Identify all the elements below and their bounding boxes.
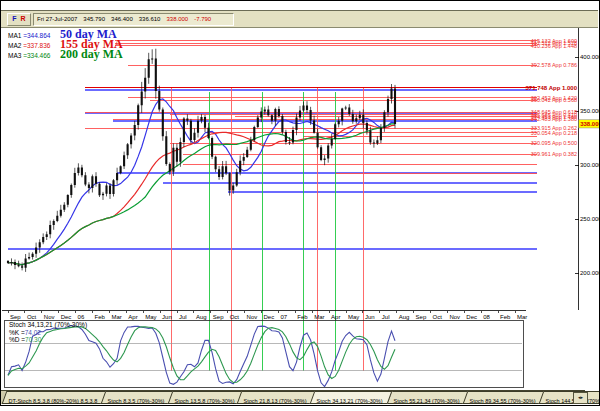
stoch-panel-header: Stoch 34,13,21 (70%-30%) %K =74.02 %D =7… (9, 321, 87, 344)
quote-change: -7.790 (194, 16, 211, 22)
chart-button-r[interactable]: R (21, 15, 26, 22)
date-axis-label: Mar (111, 314, 121, 320)
stoch-tab-3[interactable]: Stoch 21,8,13 (70%-30%) (237, 391, 317, 404)
date-axis-label: Nov (247, 314, 258, 320)
quote-low: 336.610 (139, 16, 161, 22)
date-axis-label: Nov (44, 314, 55, 320)
price-axis-label: 250.000 (580, 216, 600, 222)
stoch-tab-1[interactable]: Stoch 8,3,5 (70%-30%) (100, 391, 174, 404)
quote-last: 338.000 (166, 16, 188, 22)
date-axis-label: Dec (61, 314, 72, 320)
ma-value: MA3 =334.466 (8, 51, 60, 61)
stoch-tab-7[interactable]: Stoch 144,55,89 (70%-30%) (538, 391, 600, 404)
date-axis-label: Dec (466, 314, 477, 320)
ma-name-label: 200 day MA (60, 47, 123, 61)
stoch-tab-4[interactable]: Stoch 34,13,21 (70%-30%) (310, 391, 393, 404)
date-axis-label: May (348, 314, 359, 320)
ma-line (8, 124, 395, 265)
stoch-tab-label: Stoch 34,13,21 (70%-30%) (317, 396, 383, 407)
date-axis-label: Nov (449, 314, 460, 320)
red-level-label: 371.748 App 1.000 (526, 85, 578, 91)
date-axis-label: Aug (196, 314, 207, 320)
stoch-indicator-label: Stoch 34,13,21 (70%-30%) (9, 321, 87, 329)
date-axis-label: Oct (27, 314, 37, 320)
date-axis-label: 06 (78, 314, 85, 320)
date-axis-label: Aug (399, 314, 410, 320)
chart-style-buttons[interactable]: FR (7, 13, 31, 26)
date-axis-label: Feb (95, 314, 106, 320)
red-level-label: 360.042 App 0.568 (531, 97, 577, 103)
date-axis-label: Jun (365, 314, 375, 320)
date-axis-label: Mar (314, 314, 324, 320)
quote-field: Fri 27-Jul-2007345.790346.400336.610338.… (33, 13, 234, 26)
stoch-tab-5[interactable]: Stoch 55,21,34 (70%-30%) (386, 391, 469, 404)
price-axis-label: 300.000 (580, 162, 600, 168)
red-level-label: 320.095 App 0.500 (531, 140, 577, 146)
ma-line (8, 124, 395, 265)
date-axis-label: Feb (297, 314, 308, 320)
ma-legend-row-3: MA3 =334.466200 day MA (8, 48, 123, 58)
stoch-tab-label: Stoch 13,5,8 (70%-30%) (174, 396, 234, 407)
quote-high: 346.400 (111, 16, 133, 22)
stoch-k-readout: %K =74.02 (9, 329, 87, 337)
stoch-tab-2[interactable]: Stoch 13,5,8 (70%-30%) (167, 391, 244, 404)
ma-legend: MA1 =344.86450 day MAMA2 =337.836155 day… (8, 28, 123, 58)
date-axis-label: Mar (517, 314, 527, 320)
stoch-tab-label: Stoch 21,8,13 (70%-30%) (244, 396, 307, 407)
stoch-tab-label: DT-Stoch 8,5,3,8 (80%-20%) 8,5,3,8 (9, 396, 98, 407)
date-axis-label: Feb (500, 314, 511, 320)
red-level-label: 342.483 App 1.380 (531, 116, 577, 122)
date-axis-label: Jul (179, 314, 187, 320)
date-axis-label: Sep (213, 314, 224, 320)
date-axis-label: Oct (230, 314, 240, 320)
stoch-tab-0[interactable]: DT-Stoch 8,5,3,8 (80%-20%) 8,5,3,8 (2, 391, 107, 404)
stoch-tab-6[interactable]: Stoch 89,34,55 (70%-30%) (462, 391, 545, 404)
stoch-tab-label: Stoch 55,21,34 (70%-30%) (393, 396, 459, 407)
date-axis-label: Apr (128, 314, 137, 320)
chart-button-f[interactable]: F (12, 15, 16, 22)
ma-line (8, 99, 395, 265)
price-axis-label: 200.000 (580, 270, 600, 276)
title-bar: Amex Gold Bugs 1 D-D (1, 1, 598, 10)
price-axis-label: 400.000 (580, 54, 600, 60)
tab-scroll-control[interactable]: ◂▸ (573, 392, 588, 404)
date-axis-label: 08 (483, 314, 490, 320)
date-axis-label: Dec (264, 314, 275, 320)
date-axis-label: Oct (433, 314, 443, 320)
date-axis-label: Sep (416, 314, 427, 320)
red-level-label: 392.578 App 0.786 (531, 62, 577, 68)
date-axis-label: 07 (280, 314, 287, 320)
quote-open: 345.790 (83, 16, 105, 22)
date-axis-label: Apr (331, 314, 340, 320)
indicator-tab-bar: DT-Stoch 8,5,3,8 (80%-20%) 8,5,3,8Stoch … (1, 390, 585, 404)
stoch-tab-label: Stoch 89,34,55 (70%-30%) (469, 396, 535, 407)
quote-date: Fri 27-Jul-2007 (37, 16, 77, 22)
date-axis-label: Jun (162, 314, 172, 320)
date-axis-label: Sep (10, 314, 21, 320)
date-axis-label: Jul (382, 314, 390, 320)
last-price-tag-text: 338.000 (580, 121, 600, 127)
price-chart-canvas[interactable]: 400.000350.000300.000250.000200.000338.0… (0, 0, 600, 411)
red-level-label: 309.961 App 0.382 (531, 151, 577, 157)
candle-wicks (8, 49, 395, 272)
stoch-d-readout: %D =70.30 (9, 336, 87, 344)
price-axis-label: 350.000 (580, 108, 600, 114)
stoch-tab-label: Stoch 8,3,5 (70%-30%) (107, 396, 164, 407)
date-axis-label: May (145, 314, 156, 320)
red-level-label: 410.236 App 1.448 (531, 43, 577, 49)
red-level-label: 330.054 App 0.218 (531, 130, 577, 136)
quote-bar: FR Fri 27-Jul-2007345.790346.400336.6103… (1, 10, 598, 28)
